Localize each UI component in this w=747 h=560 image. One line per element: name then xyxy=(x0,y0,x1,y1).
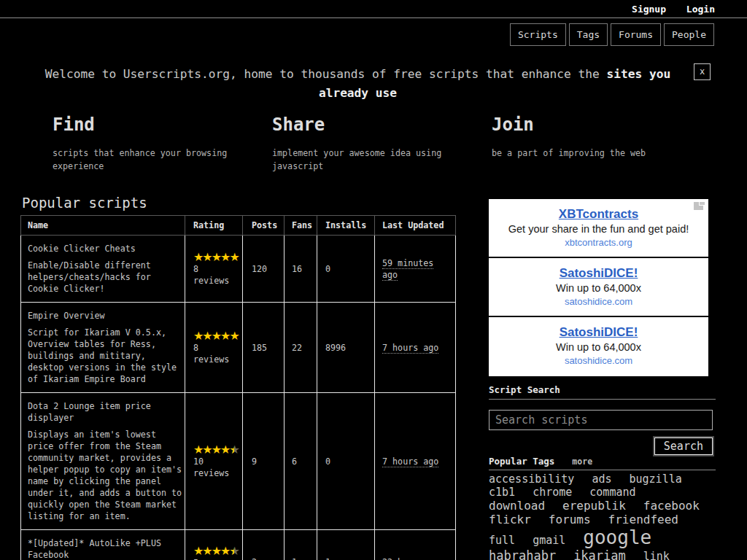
features-row: Find scripts that enhance your browsing … xyxy=(53,114,711,173)
ad-unit: SatoshiDICE! Win up to 64,000x satoshidi… xyxy=(489,258,708,317)
more-tags-link[interactable]: more xyxy=(572,456,592,467)
feature-share: Share implement your awesome idea using … xyxy=(272,114,492,173)
script-fans: 22 xyxy=(285,303,317,393)
ad-title-link[interactable]: XBTcontracts xyxy=(559,207,638,221)
column-header-updated: Last Updated xyxy=(375,216,456,236)
tab-tags[interactable]: Tags xyxy=(569,23,608,46)
tag-facebook[interactable]: facebook xyxy=(643,499,700,513)
last-updated-link[interactable]: 7 hours ago xyxy=(382,343,438,354)
script-installs: 0 xyxy=(317,236,375,303)
search-button[interactable]: Search xyxy=(654,438,713,455)
ad-title-link[interactable]: SatoshiDICE! xyxy=(560,325,638,339)
script-name-cell: Cookie Clicker Cheats Enable/Disable dif… xyxy=(21,236,185,303)
tag-accessibility[interactable]: accessibility xyxy=(489,472,574,486)
ad-title-link[interactable]: SatoshiDICE! xyxy=(560,266,638,280)
tag-google[interactable]: google xyxy=(583,526,651,548)
script-search-title: Script Search xyxy=(489,384,716,400)
column-header-name: Name xyxy=(21,216,185,236)
script-link[interactable]: Empire Overview xyxy=(28,311,105,321)
main-nav: ScriptsTagsForumsPeople xyxy=(0,18,747,62)
last-updated-link[interactable]: 22 hours ago xyxy=(382,557,444,560)
column-header-fans: Fans xyxy=(285,216,317,236)
tab-people[interactable]: People xyxy=(664,23,714,46)
feature-title: Find xyxy=(53,114,272,136)
script-link[interactable]: Dota 2 Lounge item price displayer xyxy=(28,401,151,423)
adchoices-icon[interactable] xyxy=(693,201,705,211)
tag-full[interactable]: full xyxy=(489,534,515,547)
script-name-cell: Empire Overview Script for Ikariam V 0.5… xyxy=(21,303,185,393)
feature-find: Find scripts that enhance your browsing … xyxy=(53,114,272,173)
tag-download[interactable]: download xyxy=(489,499,545,513)
tag-link[interactable]: link xyxy=(643,550,670,560)
script-description: Script for Ikariam V 0.5.x, Overview tab… xyxy=(28,327,182,385)
ad-unit: XBTcontracts Get your share in the fun a… xyxy=(489,199,708,258)
close-icon[interactable]: x xyxy=(694,63,711,80)
tag-habrahabr[interactable]: habrahabr xyxy=(489,548,556,560)
script-posts: 9 xyxy=(243,393,285,530)
script-link[interactable]: *[Updated]* AutoLike +PLUS Facebook xyxy=(28,538,161,560)
sidebar: XBTcontracts Get your share in the fun a… xyxy=(489,194,716,560)
review-count[interactable]: 8 reviews xyxy=(193,342,238,365)
column-header-installs: Installs xyxy=(317,216,375,236)
tab-forums[interactable]: Forums xyxy=(611,23,661,46)
tag-erepublik[interactable]: erepublik xyxy=(562,499,626,513)
ad-unit: SatoshiDICE! Win up to 64,000x satoshidi… xyxy=(489,317,708,376)
table-row: Dota 2 Lounge item price displayer Displ… xyxy=(21,393,456,530)
signup-link[interactable]: Signup xyxy=(632,4,666,15)
feature-description: scripts that enhance your browsing exper… xyxy=(53,147,242,173)
tag-forums[interactable]: forums xyxy=(549,513,591,526)
tag-bugzilla[interactable]: bugzilla xyxy=(630,472,682,486)
tab-scripts[interactable]: Scripts xyxy=(510,23,566,46)
feature-title: Share xyxy=(272,114,492,136)
review-count[interactable]: 10 reviews xyxy=(193,456,238,479)
script-link[interactable]: Cookie Clicker Cheats xyxy=(28,244,136,254)
script-fans: 16 xyxy=(285,236,317,303)
star-rating-icon: ★★★★★ xyxy=(193,330,238,342)
script-last-updated: 7 hours ago xyxy=(375,303,456,393)
ad-url[interactable]: satoshidice.com xyxy=(489,355,708,367)
script-last-updated: 7 hours ago xyxy=(375,393,456,530)
ad-url[interactable]: xbtcontracts.org xyxy=(489,237,708,249)
tag-friendfeed[interactable]: friendfeed xyxy=(608,513,678,526)
script-description: Enable/Disable different helpers/cheats/… xyxy=(28,260,182,295)
star-rating-icon: ★★★★★★ xyxy=(193,545,238,557)
welcome-text: Welcome to Userscripts.org, home to thou… xyxy=(45,67,607,81)
popular-scripts-title: Popular scripts xyxy=(22,194,455,211)
script-installs: 1 xyxy=(317,530,375,560)
script-description: Displays an item's lowest price offer fr… xyxy=(28,429,182,522)
tag-flickr[interactable]: flickr xyxy=(489,513,531,526)
script-rating-cell: ★★★★★ 8 reviews xyxy=(185,303,243,393)
script-rating-cell: ★★★★★★ 10 reviews xyxy=(185,393,243,530)
feature-title: Join xyxy=(492,114,711,136)
tag-c1b1[interactable]: c1b1 xyxy=(489,486,515,499)
star-rating-icon: ★★★★★★ xyxy=(193,444,238,456)
script-last-updated: 22 hours ago xyxy=(375,530,456,560)
review-count[interactable]: 8 reviews xyxy=(193,263,238,287)
tag-ads[interactable]: ads xyxy=(592,472,611,486)
script-installs: 8996 xyxy=(317,303,375,393)
script-fans: 1 xyxy=(285,530,317,560)
last-updated-link[interactable]: 59 minutes ago xyxy=(382,258,433,281)
tag-gmail[interactable]: gmail xyxy=(533,534,565,547)
tag-command[interactable]: command xyxy=(589,486,635,499)
popular-tags-title: Popular Tags xyxy=(489,456,554,467)
login-link[interactable]: Login xyxy=(686,4,715,15)
tag-cloud: accessibilityadsbugzillac1b1chromecomman… xyxy=(489,473,716,560)
feature-description: implement your awesome idea using javasc… xyxy=(272,147,462,173)
popular-tags-header: Popular Tags more xyxy=(489,456,716,470)
script-name-cell: Dota 2 Lounge item price displayer Displ… xyxy=(21,393,185,530)
script-rating-cell: ★★★★★★ 5 reviews xyxy=(185,530,243,560)
tag-chrome[interactable]: chrome xyxy=(533,486,572,499)
tag-ikariam[interactable]: ikariam xyxy=(573,548,626,560)
top-bar: Signup Login xyxy=(0,0,747,18)
search-input[interactable] xyxy=(489,410,713,430)
last-updated-link[interactable]: 7 hours ago xyxy=(382,456,438,467)
welcome-banner: Welcome to Userscripts.org, home to thou… xyxy=(0,65,716,103)
script-installs: 0 xyxy=(317,393,375,530)
feature-join: Join be a part of improving the web xyxy=(492,114,711,173)
table-row: *[Updated]* AutoLike +PLUS Facebook ★★★★… xyxy=(21,530,456,560)
script-rating-cell: ★★★★★ 8 reviews xyxy=(185,236,243,303)
script-posts: 2 xyxy=(243,530,285,560)
ad-url[interactable]: satoshidice.com xyxy=(489,296,708,308)
ad-text: Win up to 64,000x xyxy=(489,341,708,354)
